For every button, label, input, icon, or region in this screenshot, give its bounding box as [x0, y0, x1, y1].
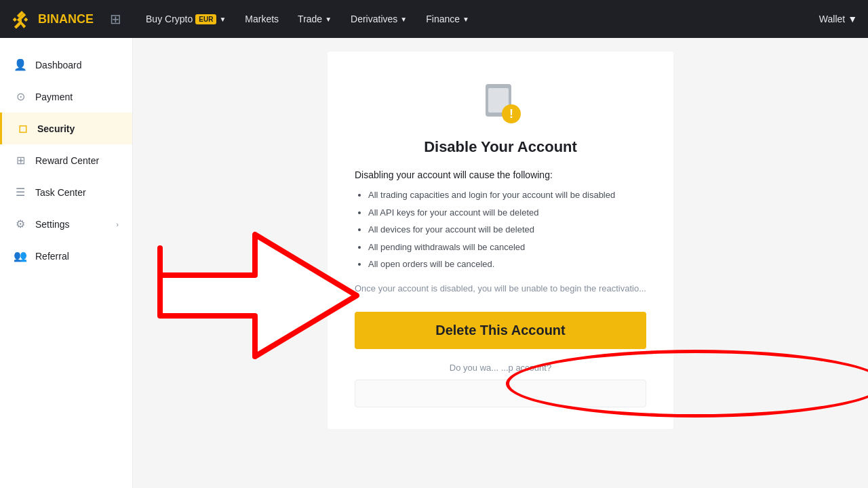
modal-title: Disable Your Account: [355, 138, 646, 156]
modal-note: Once your account is disabled, you will …: [355, 282, 646, 296]
reward-icon: ⊞: [14, 154, 27, 167]
sidebar-item-dashboard[interactable]: 👤 Dashboard: [0, 49, 132, 81]
binance-logo-icon: [11, 8, 33, 30]
list-item: All open orders will be canceled.: [368, 258, 646, 271]
list-item: All devices for your account will be del…: [368, 223, 646, 237]
nav-finance[interactable]: Finance ▼: [418, 8, 477, 30]
buy-crypto-chevron: ▼: [219, 16, 226, 23]
nav-buy-crypto[interactable]: Buy Crypto EUR ▼: [138, 8, 234, 30]
svg-text:!: !: [509, 107, 513, 121]
dashboard-icon: 👤: [14, 58, 27, 71]
sidebar-item-payment[interactable]: ⊙ Payment: [0, 81, 132, 113]
finance-chevron: ▼: [462, 16, 469, 23]
nav-links: Buy Crypto EUR ▼ Markets Trade ▼ Derivat…: [138, 8, 803, 30]
disable-account-modal: ! Disable Your Account Disabling your ac…: [328, 52, 673, 429]
delete-account-button[interactable]: Delete This Account: [355, 312, 646, 349]
eur-badge: EUR: [195, 14, 216, 24]
list-item: All pending withdrawals will be canceled: [368, 241, 646, 254]
nav-trade[interactable]: Trade ▼: [290, 8, 340, 30]
account-warning-icon: !: [476, 79, 525, 127]
nav-markets[interactable]: Markets: [237, 8, 287, 30]
derivatives-chevron: ▼: [400, 16, 407, 23]
grid-menu-icon[interactable]: ⊞: [110, 11, 121, 27]
sidebar-item-referral[interactable]: 👥 Referral: [0, 240, 132, 272]
main-layout: 👤 Dashboard ⊙ Payment ◻ Security ⊞ Rewar…: [0, 38, 868, 488]
wallet-link[interactable]: Wallet ▼: [819, 14, 857, 24]
topnav-right: Wallet ▼: [819, 14, 857, 24]
sidebar-item-reward-center[interactable]: ⊞ Reward Center: [0, 144, 132, 176]
nav-derivatives[interactable]: Derivatives ▼: [342, 8, 415, 30]
sidebar-item-task-center[interactable]: ☰ Task Center: [0, 176, 132, 208]
modal-consequences-list: All trading capacities and login for you…: [355, 188, 646, 271]
main-content: ! Disable Your Account Disabling your ac…: [133, 38, 868, 488]
modal-icon-wrapper: !: [355, 79, 646, 127]
logo[interactable]: BINANCE: [11, 8, 94, 30]
wallet-chevron: ▼: [848, 14, 857, 24]
task-icon: ☰: [14, 186, 27, 199]
sidebar-item-settings[interactable]: ⚙ Settings ›: [0, 208, 132, 240]
logo-text: BINANCE: [38, 12, 94, 26]
settings-icon: ⚙: [14, 218, 27, 230]
confirm-input[interactable]: [355, 380, 646, 407]
payment-icon: ⊙: [14, 90, 27, 103]
sidebar: 👤 Dashboard ⊙ Payment ◻ Security ⊞ Rewar…: [0, 38, 133, 488]
modal-subtitle: Disabling your account will cause the fo…: [355, 169, 646, 180]
list-item: All trading capacities and login for you…: [368, 188, 646, 202]
modal-question: Do you wa... ...p account?: [355, 363, 646, 373]
sidebar-item-security[interactable]: ◻ Security: [0, 113, 132, 144]
trade-chevron: ▼: [325, 16, 332, 23]
top-navigation: BINANCE ⊞ Buy Crypto EUR ▼ Markets Trade…: [0, 0, 868, 38]
referral-icon: 👥: [14, 249, 27, 262]
settings-chevron: ›: [116, 220, 119, 228]
security-icon: ◻: [16, 122, 29, 135]
list-item: All API keys for your account will be de…: [368, 206, 646, 220]
